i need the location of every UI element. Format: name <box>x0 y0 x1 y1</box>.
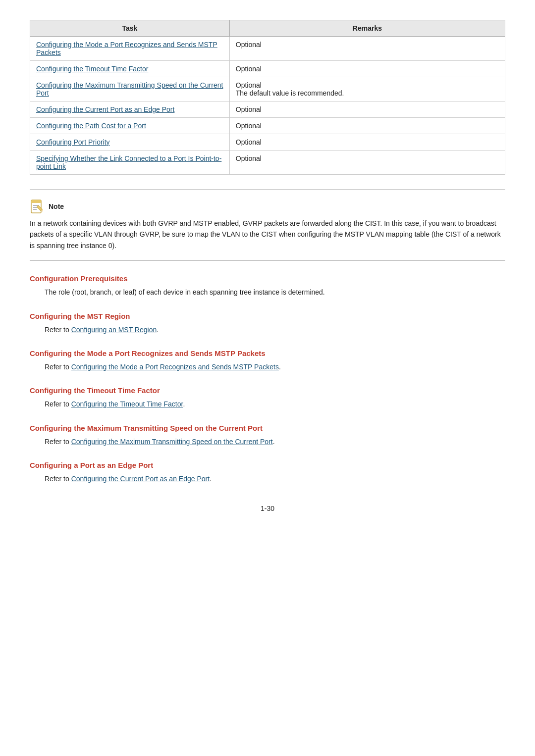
top-divider <box>30 190 505 190</box>
task-link[interactable]: Specifying Whether the Link Connected to… <box>36 154 221 170</box>
section-body: The role (root, branch, or leaf) of each… <box>45 287 505 298</box>
note-text: In a network containing devices with bot… <box>30 218 505 251</box>
table-row: Configuring Port PriorityOptional <box>30 134 505 151</box>
section-link[interactable]: Configuring an MST Region <box>71 326 157 334</box>
table-cell-remarks: Optional <box>229 61 505 77</box>
table-cell-task: Configuring the Timeout Time Factor <box>30 61 230 77</box>
table-cell-task: Specifying Whether the Link Connected to… <box>30 151 230 175</box>
table-header-remarks: Remarks <box>229 20 505 37</box>
table-cell-task: Configuring the Maximum Transmitting Spe… <box>30 77 230 101</box>
table-cell-task: Configuring the Path Cost for a Port <box>30 118 230 134</box>
note-icon <box>30 199 45 214</box>
task-link[interactable]: Configuring the Current Port as an Edge … <box>36 105 174 113</box>
table-cell-remarks: Optional <box>229 101 505 118</box>
section-heading: Configuring the Timeout Time Factor <box>30 386 505 395</box>
sections-container: Configuration PrerequisitesThe role (roo… <box>30 274 505 484</box>
section-body: Refer to Configuring the Maximum Transmi… <box>45 436 505 447</box>
task-link[interactable]: Configuring the Maximum Transmitting Spe… <box>36 81 223 97</box>
table-cell-remarks: Optional <box>229 118 505 134</box>
section-body: Refer to Configuring an MST Region. <box>45 324 505 335</box>
task-link[interactable]: Configuring the Path Cost for a Port <box>36 122 146 130</box>
task-link[interactable]: Configuring the Timeout Time Factor <box>36 65 148 73</box>
table-cell-remarks: Optional <box>229 151 505 175</box>
section-heading: Configuring the Mode a Port Recognizes a… <box>30 349 505 357</box>
section-heading: Configuring a Port as an Edge Port <box>30 461 505 469</box>
task-link[interactable]: Configuring Port Priority <box>36 138 110 146</box>
section-body: Refer to Configuring the Mode a Port Rec… <box>45 361 505 372</box>
table-cell-task: Configuring the Mode a Port Recognizes a… <box>30 37 230 61</box>
table-row: Configuring the Maximum Transmitting Spe… <box>30 77 505 101</box>
note-section: Note In a network containing devices wit… <box>30 199 505 251</box>
section-link[interactable]: Configuring the Maximum Transmitting Spe… <box>71 438 273 446</box>
table-row: Configuring the Path Cost for a PortOpti… <box>30 118 505 134</box>
section-link[interactable]: Configuring the Current Port as an Edge … <box>71 475 210 483</box>
svg-rect-1 <box>31 200 41 203</box>
table-header-task: Task <box>30 20 230 37</box>
table-cell-remarks: Optional <box>229 134 505 151</box>
section-heading: Configuration Prerequisites <box>30 274 505 283</box>
section-heading: Configuring the Maximum Transmitting Spe… <box>30 424 505 432</box>
config-table: Task Remarks Configuring the Mode a Port… <box>30 20 505 175</box>
table-cell-remarks: OptionalThe default value is recommended… <box>229 77 505 101</box>
section-body: Refer to Configuring the Current Port as… <box>45 473 505 484</box>
section-link[interactable]: Configuring the Mode a Port Recognizes a… <box>71 363 279 371</box>
section-link[interactable]: Configuring the Timeout Time Factor <box>71 400 183 408</box>
table-row: Configuring the Current Port as an Edge … <box>30 101 505 118</box>
table-row: Configuring the Timeout Time FactorOptio… <box>30 61 505 77</box>
section-heading: Configuring the MST Region <box>30 312 505 320</box>
note-label: Note <box>49 202 64 210</box>
table-row: Configuring the Mode a Port Recognizes a… <box>30 37 505 61</box>
table-cell-remarks: Optional <box>229 37 505 61</box>
section-body: Refer to Configuring the Timeout Time Fa… <box>45 399 505 409</box>
note-header: Note <box>30 199 505 214</box>
page-number: 1-30 <box>30 504 505 512</box>
task-link[interactable]: Configuring the Mode a Port Recognizes a… <box>36 41 217 56</box>
bottom-divider <box>30 260 505 260</box>
table-cell-task: Configuring Port Priority <box>30 134 230 151</box>
table-row: Specifying Whether the Link Connected to… <box>30 151 505 175</box>
table-cell-task: Configuring the Current Port as an Edge … <box>30 101 230 118</box>
